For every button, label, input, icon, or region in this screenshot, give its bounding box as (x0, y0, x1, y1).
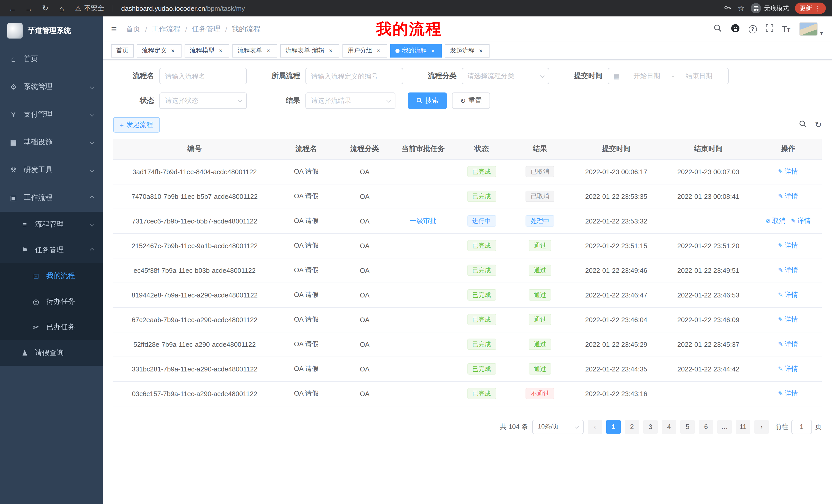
detail-link[interactable]: ✎详情 (778, 265, 798, 275)
incognito-badge[interactable]: 无痕模式 (751, 3, 789, 13)
result-select[interactable]: 请选择流结果 (306, 92, 395, 109)
sidebar-item-system[interactable]: ⚙ 系统管理 (0, 73, 103, 101)
fullscreen-icon[interactable] (765, 24, 773, 34)
tab-user-group[interactable]: 用户分组 × (342, 44, 387, 57)
tab-process-form[interactable]: 流程表单 × (232, 44, 277, 57)
current-task-link[interactable]: 一级审批 (410, 216, 437, 226)
sidebar-item-process-management[interactable]: ≡ 流程管理 (0, 212, 103, 237)
breadcrumb-item[interactable]: 工作流程 (152, 24, 181, 34)
forward-icon[interactable]: → (23, 2, 35, 15)
page-button[interactable]: 1 (606, 419, 621, 434)
toggle-search-icon[interactable] (798, 120, 807, 130)
close-tab-icon[interactable]: × (430, 47, 437, 54)
tab-label: 首页 (116, 46, 129, 55)
detail-link[interactable]: ✎详情 (778, 315, 798, 324)
reload-icon[interactable]: ↻ (39, 2, 51, 15)
close-tab-icon[interactable]: × (169, 47, 176, 54)
close-tab-icon[interactable]: × (477, 47, 485, 54)
submit-time-range-picker[interactable]: ▦ 开始日期 - 结束日期 (608, 68, 729, 84)
breadcrumb-item[interactable]: 任务管理 (192, 24, 220, 34)
tab-start-process[interactable]: 发起流程 × (445, 44, 490, 57)
security-indicator[interactable]: ⚠ 不安全 (75, 4, 104, 13)
goto-label: 前往 (775, 422, 788, 431)
sidebar-item-leave-query[interactable]: ♟ 请假查询 (0, 340, 103, 366)
prev-page-button[interactable]: ‹ (588, 419, 602, 434)
password-key-icon[interactable] (723, 3, 731, 13)
page-button[interactable]: 5 (680, 419, 695, 434)
start-process-button[interactable]: + 发起流程 (113, 117, 160, 133)
annotation-my-process: 我的流程 (376, 19, 442, 39)
sidebar-item-my-process[interactable]: ⊡ 我的流程 (0, 263, 103, 289)
address-bar[interactable]: dashboard.yudao.iocoder.cn/bpm/task/my (121, 4, 719, 12)
sidebar-item-workflow[interactable]: ▣ 工作流程 (0, 184, 103, 212)
detail-link[interactable]: ✎详情 (778, 389, 798, 398)
tab-process-form-edit[interactable]: 流程表单-编辑 × (280, 44, 339, 57)
process-name-input[interactable] (159, 68, 247, 84)
sidebar-item-todo-tasks[interactable]: ◎ 待办任务 (0, 289, 103, 314)
reset-button[interactable]: ↻ 重置 (452, 92, 490, 109)
tab-home[interactable]: 首页 (111, 44, 134, 57)
detail-link[interactable]: ✎详情 (790, 216, 811, 226)
app-logo[interactable]: 芋道管理系统 (0, 17, 103, 45)
page-button[interactable]: 6 (699, 419, 713, 434)
sidebar-item-done-tasks[interactable]: ✂ 已办任务 (0, 314, 103, 340)
kebab-menu-icon[interactable]: ⋮ (814, 5, 821, 11)
process-def-input[interactable] (306, 68, 403, 84)
cell-actions: ✎详情 (754, 184, 822, 208)
browser-update-button[interactable]: 更新 ⋮ (795, 3, 826, 14)
tab-my-process[interactable]: 我的流程 × (390, 44, 442, 57)
search-icon[interactable] (713, 24, 722, 34)
end-date-placeholder: 结束日期 (675, 72, 723, 81)
close-tab-icon[interactable]: × (327, 47, 334, 54)
detail-link[interactable]: ✎详情 (778, 290, 798, 300)
date-separator: - (671, 72, 675, 80)
page-button[interactable]: 4 (662, 419, 676, 434)
detail-link[interactable]: ✎详情 (778, 340, 798, 349)
cancel-link[interactable]: ⊘取消 (765, 216, 785, 226)
sidebar-item-home[interactable]: ⌂ 首页 (0, 45, 103, 73)
active-dot (395, 49, 399, 53)
github-icon[interactable] (730, 23, 740, 35)
more-pages-button[interactable]: … (717, 419, 732, 434)
home-icon[interactable]: ⌂ (55, 2, 68, 15)
breadcrumb-item[interactable]: 首页 (126, 24, 140, 34)
bookmark-star-icon[interactable]: ☆ (738, 4, 745, 13)
select-placeholder: 请选择状态 (165, 96, 199, 105)
help-icon[interactable]: ? (749, 25, 757, 33)
close-tab-icon[interactable]: × (217, 47, 224, 54)
detail-link[interactable]: ✎详情 (778, 192, 798, 201)
tab-process-definition[interactable]: 流程定义 × (137, 44, 182, 57)
goto-page-input[interactable] (791, 419, 812, 434)
cell-task (393, 233, 453, 258)
search-button[interactable]: 搜索 (408, 92, 447, 109)
cell-task (393, 159, 453, 184)
cell-end-time: 2022-01-23 00:07:03 (662, 159, 754, 184)
tab-process-model[interactable]: 流程模型 × (185, 44, 229, 57)
category-select[interactable]: 请选择流程分类 (462, 68, 549, 84)
hamburger-icon[interactable]: ≡ (111, 23, 117, 35)
close-tab-icon[interactable]: × (375, 47, 382, 54)
refresh-table-icon[interactable]: ↻ (815, 121, 822, 129)
sidebar-item-payment[interactable]: ¥ 支付管理 (0, 101, 103, 129)
sidebar-item-infrastructure[interactable]: ▤ 基础设施 (0, 129, 103, 156)
detail-link[interactable]: ✎详情 (778, 241, 798, 250)
detail-link[interactable]: ✎详情 (778, 364, 798, 373)
page-size-select[interactable]: 10条/页 (532, 419, 583, 434)
sidebar-item-devtools[interactable]: ⚒ 研发工具 (0, 156, 103, 184)
sidebar-item-label: 系统管理 (24, 82, 52, 91)
cell-category: OA (336, 159, 393, 184)
detail-link[interactable]: ✎详情 (778, 167, 798, 176)
page-button[interactable]: 3 (643, 419, 658, 434)
next-page-button[interactable]: › (754, 419, 769, 434)
update-label: 更新 (800, 4, 812, 12)
font-size-icon[interactable]: TT (782, 25, 790, 33)
table-toolbar: + 发起流程 ↻ (113, 117, 822, 133)
page-button[interactable]: 2 (625, 419, 639, 434)
status-select[interactable]: 请选择状态 (159, 92, 247, 109)
back-icon[interactable]: ← (6, 2, 19, 15)
close-tab-icon[interactable]: × (265, 47, 272, 54)
sidebar-item-task-management[interactable]: ⚑ 任务管理 (0, 237, 103, 263)
cell-end-time (662, 381, 754, 406)
page-button[interactable]: 11 (736, 419, 750, 434)
user-avatar[interactable]: ▼ (799, 22, 824, 36)
